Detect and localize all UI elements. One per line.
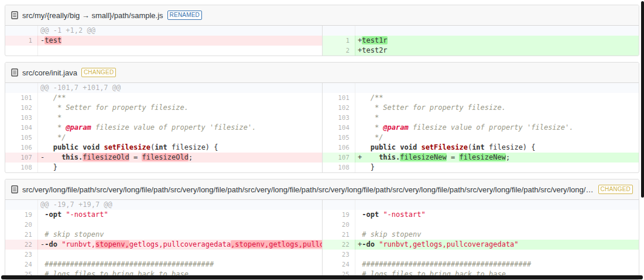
line-number: 21 xyxy=(323,230,355,240)
line-number xyxy=(5,26,38,36)
line-number: 2 xyxy=(323,46,355,56)
line-number: 106 xyxy=(323,143,355,153)
diff-left-side: @@ -1 +1,2 @@1-test xyxy=(5,26,322,56)
line-number: 23 xyxy=(323,250,355,260)
diff-right-side: 101 /**102 * Setter for property filesiz… xyxy=(322,83,639,172)
code-token: -opt xyxy=(362,210,379,219)
diff-row: 20 xyxy=(5,220,322,230)
line-number: 19 xyxy=(5,210,38,220)
code-line: - this.filesizeOld = filesizeOld; xyxy=(38,153,322,163)
code-token: /** xyxy=(362,94,383,102)
code-line: */ xyxy=(38,133,322,143)
file-name: src/my/{really/big → small}/path/sample.… xyxy=(22,11,163,20)
code-token: * xyxy=(44,123,66,132)
diff-prefix xyxy=(40,220,44,229)
code-line xyxy=(38,46,322,56)
code-line: /** xyxy=(38,93,322,103)
code-token: * xyxy=(362,113,379,122)
code-line: --do "runbvt,stopenv,getlogs,pullcoverag… xyxy=(38,240,322,250)
line-number: 108 xyxy=(5,163,38,172)
file-icon-holder xyxy=(11,11,18,19)
code-token: # skip stopenv xyxy=(362,230,421,238)
diff-row: 107- this.filesizeOld = filesizeOld; xyxy=(5,153,322,163)
line-number: 101 xyxy=(5,93,38,103)
code-token: "-nostart" xyxy=(383,210,425,219)
code-token: int xyxy=(472,143,485,151)
file-icon xyxy=(11,68,18,77)
file-icon-holder xyxy=(11,68,18,77)
code-line xyxy=(38,250,322,260)
diff-row: 103 * xyxy=(5,113,322,123)
line-number: 21 xyxy=(5,230,38,240)
code-token: } xyxy=(362,163,375,171)
hunk-header xyxy=(355,200,639,210)
hunk-header xyxy=(355,26,639,36)
code-token: public xyxy=(371,143,396,151)
code-token: # skip stopenv xyxy=(44,230,104,238)
line-number: 24 xyxy=(5,260,38,269)
code-line: /** xyxy=(355,93,639,103)
hunk-header-row xyxy=(323,26,639,36)
hunk-header-row: @@ -101,7 +101,7 @@ xyxy=(5,83,322,93)
code-line: public void setFilesize(int filesize) { xyxy=(355,143,639,153)
line-number: 102 xyxy=(5,103,38,113)
diff-row xyxy=(5,46,322,56)
hunk-header: @@ -101,7 +101,7 @@ xyxy=(38,83,322,93)
vertical-scrollbar-thumb[interactable] xyxy=(641,1,644,198)
diff-row: 1-test xyxy=(5,36,322,46)
diff-row: 21 # skip stopenv xyxy=(323,230,639,240)
file-name: src/core/init.java xyxy=(22,68,77,77)
code-token: ; xyxy=(189,153,193,161)
diff-row: 23 xyxy=(323,250,639,260)
code-token: * Setter for property filesize. xyxy=(362,103,506,112)
line-number: 103 xyxy=(5,113,38,123)
horizontal-scrollbar-thumb[interactable] xyxy=(1,275,643,279)
code-token: this. xyxy=(61,153,83,161)
code-token: setFilesize xyxy=(104,143,150,151)
diff-row: 103 * xyxy=(323,113,639,123)
code-token: void xyxy=(83,143,100,151)
code-token: filesizeOld xyxy=(142,153,188,161)
code-line: * Setter for property filesize. xyxy=(355,103,639,113)
file-header: src/core/init.javaCHANGED xyxy=(5,63,639,83)
code-token: -opt xyxy=(44,210,61,219)
code-line: -test xyxy=(38,36,322,46)
line-number xyxy=(5,200,38,210)
line-number xyxy=(323,200,355,210)
line-number: 20 xyxy=(5,220,38,230)
line-number: 103 xyxy=(323,113,355,123)
line-number xyxy=(5,83,38,93)
code-line xyxy=(38,220,322,230)
file-name: src/very/long/file/path/src/very/long/fi… xyxy=(22,185,594,194)
line-number: 20 xyxy=(323,220,355,230)
line-number: 102 xyxy=(323,103,355,113)
line-number: 106 xyxy=(5,143,38,153)
code-token: test1r xyxy=(362,36,387,44)
hunk-header-row: @@ -1 +1,2 @@ xyxy=(5,26,322,36)
line-number: 107 xyxy=(5,153,38,163)
code-token xyxy=(362,153,379,161)
code-token: */ xyxy=(362,133,383,141)
code-token: ; xyxy=(506,153,510,161)
code-token xyxy=(44,143,53,151)
code-token: "-nostart" xyxy=(66,210,108,219)
line-number: 105 xyxy=(5,133,38,143)
code-line: ######################################## xyxy=(355,260,639,269)
line-number: 108 xyxy=(323,163,355,172)
code-line: # skip stopenv xyxy=(355,230,639,240)
line-number xyxy=(323,83,355,93)
code-token: filesize value of property 'filesize'. xyxy=(91,123,256,132)
code-token xyxy=(362,143,370,151)
diff-right-side: 19 -opt "-nostart"20 21 # skip stopenv22… xyxy=(322,200,639,279)
code-token: */ xyxy=(44,133,66,141)
line-number: 19 xyxy=(323,210,355,220)
code-line: -opt "-nostart" xyxy=(38,210,322,220)
diff-row: 102 * Setter for property filesize. xyxy=(323,103,639,113)
code-line: + this.filesizeNew = filesizeNew; xyxy=(355,153,639,163)
file-tag-changed: CHANGED xyxy=(598,185,633,194)
line-number: 22 xyxy=(323,240,355,250)
diff-row: 101 /** xyxy=(5,93,322,103)
code-token: * Setter for property filesize. xyxy=(44,103,189,112)
diff-row: 102 * Setter for property filesize. xyxy=(5,103,322,113)
code-token: filesizeNew xyxy=(459,153,505,161)
